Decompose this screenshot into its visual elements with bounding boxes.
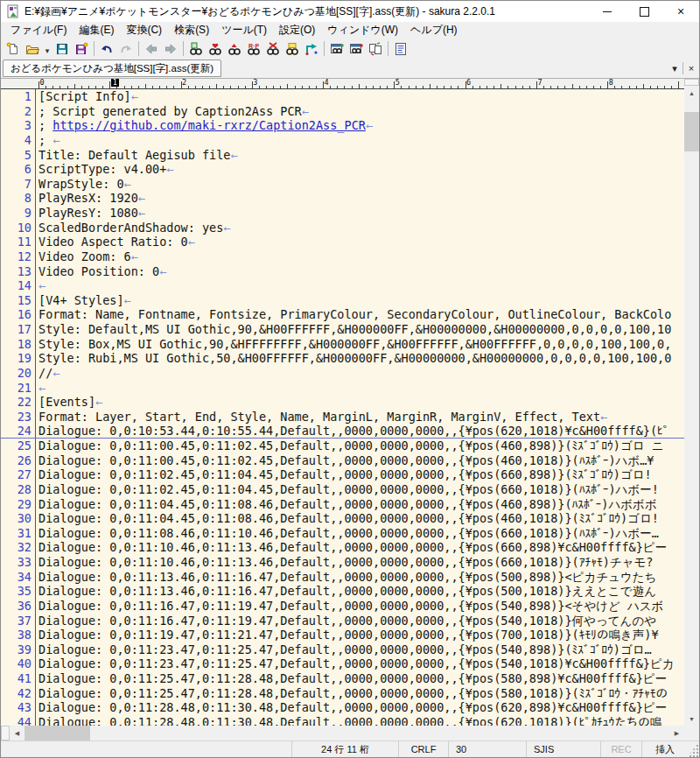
line-text[interactable]: Dialogue: 0,0:11:28.48,0:11:30.48,Defaul… [35, 700, 684, 715]
jump-back-button[interactable] [142, 39, 161, 59]
find-next-button[interactable] [206, 39, 225, 59]
grep-replace-button[interactable] [346, 39, 366, 59]
editor-line[interactable]: 37Dialogue: 0,0:11:16.47,0:11:19.47,Defa… [1, 614, 684, 628]
tab-list-dropdown-icon[interactable]: ▾ [667, 59, 682, 78]
maximize-button[interactable] [626, 1, 662, 22]
editor-line[interactable]: 43Dialogue: 0,0:11:28.48,0:11:30.48,Defa… [1, 700, 684, 715]
line-text[interactable]: Dialogue: 0,0:11:28.48,0:11:30.48,Defaul… [35, 715, 684, 726]
editor-line[interactable]: 3; https://github.com/maki-rxrz/Caption2… [1, 118, 684, 133]
editor-line[interactable]: 19Style: Rubi,MS UI Gothic,50,&H00FFFFFF… [1, 351, 684, 366]
redo-button[interactable] [116, 39, 136, 59]
resize-grip[interactable] [688, 741, 699, 757]
line-text[interactable]: Video Position: 0← [35, 264, 684, 279]
editor-line[interactable]: 39Dialogue: 0,0:11:23.47,0:11:25.47,Defa… [1, 642, 684, 657]
line-text[interactable]: WrapStyle: 0← [35, 177, 684, 192]
editor-line[interactable]: 29Dialogue: 0,0:11:04.45,0:11:08.46,Defa… [1, 497, 684, 512]
editor-line[interactable]: 4; ← [1, 133, 684, 148]
editor-line[interactable]: 24Dialogue: 0,0:10:53.44,0:10:55.44,Defa… [1, 424, 684, 439]
save-as-button[interactable] [72, 39, 91, 59]
editor-line[interactable]: 27Dialogue: 0,0:11:02.45,0:11:04.45,Defa… [1, 467, 684, 482]
line-text[interactable]: Dialogue: 0,0:11:25.47,0:11:28.48,Defaul… [35, 686, 684, 701]
horizontal-scroll-track[interactable] [24, 726, 669, 740]
outline-button[interactable] [391, 39, 410, 59]
editor-line[interactable]: 23Format: Layer, Start, End, Style, Name… [1, 410, 684, 425]
jump-button[interactable] [302, 39, 321, 59]
menu-item-menu-convert[interactable]: 変換(C) [120, 22, 168, 39]
editor-line[interactable]: 10ScaledBorderAndShadow: yes← [1, 221, 684, 235]
compare-button[interactable] [366, 39, 385, 59]
horizontal-split-handle[interactable] [1, 726, 10, 740]
menu-item-menu-window[interactable]: ウィンドウ(W) [321, 22, 404, 39]
open-file-button[interactable] [23, 39, 42, 59]
editor-line[interactable]: 18Style: Box,MS UI Gothic,90,&HFFFFFFFF,… [1, 337, 684, 352]
text-editing-area[interactable]: 1[Script Info]←2; Script generated by Ca… [1, 89, 684, 726]
editor-line[interactable]: 16Format: Name, Fontname, Fontsize, Prim… [1, 307, 684, 322]
line-text[interactable]: Dialogue: 0,0:11:04.45,0:11:08.46,Defaul… [35, 497, 684, 512]
menu-item-menu-edit[interactable]: 編集(E) [73, 22, 120, 39]
editor-line[interactable]: 7WrapStyle: 0← [1, 177, 684, 192]
close-button[interactable]: × [662, 1, 699, 22]
grep-button[interactable] [327, 39, 346, 59]
line-text[interactable]: Video Zoom: 6← [35, 249, 684, 264]
vertical-split-handle[interactable] [684, 79, 699, 86]
menu-item-menu-tools[interactable]: ツール(T) [215, 22, 273, 39]
line-text[interactable]: ← [35, 381, 684, 396]
line-text[interactable]: //← [35, 366, 684, 381]
line-text[interactable]: ScaledBorderAndShadow: yes← [35, 221, 684, 235]
link-url[interactable]: https://github.com/maki-rxrz/Caption2Ass… [52, 118, 366, 132]
editor-line[interactable]: 17Style: Default,MS UI Gothic,90,&H00FFF… [1, 322, 684, 337]
line-text[interactable]: Video Aspect Ratio: 0← [35, 235, 684, 249]
line-text[interactable]: Dialogue: 0,0:11:00.45,0:11:02.45,Defaul… [35, 439, 684, 453]
new-file-button[interactable] [4, 39, 23, 59]
editor-line[interactable]: 44Dialogue: 0,0:11:28.48,0:11:30.48,Defa… [1, 715, 684, 726]
editor-line[interactable]: 25Dialogue: 0,0:11:00.45,0:11:02.45,Defa… [1, 439, 684, 453]
editor-line[interactable]: 14← [1, 278, 684, 293]
line-text[interactable]: Dialogue: 0,0:11:13.46,0:11:16.47,Defaul… [35, 570, 684, 585]
editor-line[interactable]: 1[Script Info]← [1, 89, 684, 104]
menu-item-menu-file[interactable]: ファイル(F) [4, 22, 73, 39]
line-text[interactable]: PlayResX: 1920← [35, 191, 684, 206]
line-text[interactable]: Dialogue: 0,0:11:23.47,0:11:25.47,Defaul… [35, 642, 684, 657]
editor-line[interactable]: 13Video Position: 0← [1, 264, 684, 279]
line-text[interactable]: Dialogue: 0,0:10:53.44,0:10:55.44,Defaul… [35, 424, 684, 439]
line-text[interactable]: Dialogue: 0,0:11:02.45,0:11:04.45,Defaul… [35, 482, 684, 497]
editor-line[interactable]: 32Dialogue: 0,0:11:10.46,0:11:13.46,Defa… [1, 540, 684, 555]
line-text[interactable]: ; ← [35, 133, 684, 148]
line-text[interactable]: Dialogue: 0,0:11:02.45,0:11:04.45,Defaul… [35, 467, 684, 482]
line-text[interactable]: ; Script generated by Caption2Ass_PCR← [35, 104, 684, 119]
editor-line[interactable]: 34Dialogue: 0,0:11:13.46,0:11:16.47,Defa… [1, 570, 684, 585]
scroll-down-icon[interactable]: ▼ [684, 712, 699, 726]
line-text[interactable]: ScriptType: v4.00+← [35, 162, 684, 177]
editor-line[interactable]: 6ScriptType: v4.00+← [1, 162, 684, 177]
scroll-up-icon[interactable]: ▲ [684, 86, 699, 100]
line-text[interactable]: Style: Box,MS UI Gothic,90,&HFFFFFFFF,&H… [35, 337, 684, 352]
line-text[interactable]: Format: Name, Fontname, Fontsize, Primar… [35, 307, 684, 322]
line-text[interactable]: Title: Default Aegisub file← [35, 148, 684, 163]
editor-line[interactable]: 42Dialogue: 0,0:11:25.47,0:11:28.48,Defa… [1, 686, 684, 701]
vertical-scroll-track[interactable] [684, 100, 699, 712]
line-text[interactable]: Dialogue: 0,0:11:19.47,0:11:21.47,Defaul… [35, 628, 684, 642]
menu-item-menu-settings[interactable]: 設定(O) [273, 22, 321, 39]
jump-forward-button[interactable] [161, 39, 180, 59]
editor-line[interactable]: 8PlayResX: 1920← [1, 191, 684, 206]
editor-line[interactable]: 33Dialogue: 0,0:11:10.46,0:11:13.46,Defa… [1, 555, 684, 570]
open-file-dropdown[interactable]: ▾ [42, 39, 52, 59]
save-button[interactable] [52, 39, 72, 59]
editor-line[interactable]: 26Dialogue: 0,0:11:00.45,0:11:02.45,Defa… [1, 453, 684, 468]
search-mark-button[interactable] [283, 39, 302, 59]
line-text[interactable]: Dialogue: 0,0:11:13.46,0:11:16.47,Defaul… [35, 584, 684, 599]
editor-line[interactable]: 38Dialogue: 0,0:11:19.47,0:11:21.47,Defa… [1, 628, 684, 642]
line-text[interactable]: Dialogue: 0,0:11:08.46,0:11:10.46,Defaul… [35, 526, 684, 541]
line-text[interactable]: [V4+ Styles]← [35, 293, 684, 308]
editor-line[interactable]: 22[Events]← [1, 395, 684, 410]
find-prev-button[interactable] [225, 39, 244, 59]
editor-line[interactable]: 28Dialogue: 0,0:11:02.45,0:11:04.45,Defa… [1, 482, 684, 497]
line-text[interactable]: Dialogue: 0,0:11:00.45,0:11:02.45,Defaul… [35, 453, 684, 468]
line-text[interactable]: PlayResY: 1080← [35, 206, 684, 221]
line-text[interactable]: Dialogue: 0,0:11:10.46,0:11:13.46,Defaul… [35, 555, 684, 570]
menu-item-menu-search[interactable]: 検索(S) [168, 22, 215, 39]
editor-line[interactable]: 15[V4+ Styles]← [1, 293, 684, 308]
line-text[interactable]: Format: Layer, Start, End, Style, Name, … [35, 410, 684, 425]
replace-button[interactable]: R·P [244, 39, 263, 59]
scroll-right-icon[interactable]: ▶ [669, 726, 684, 740]
